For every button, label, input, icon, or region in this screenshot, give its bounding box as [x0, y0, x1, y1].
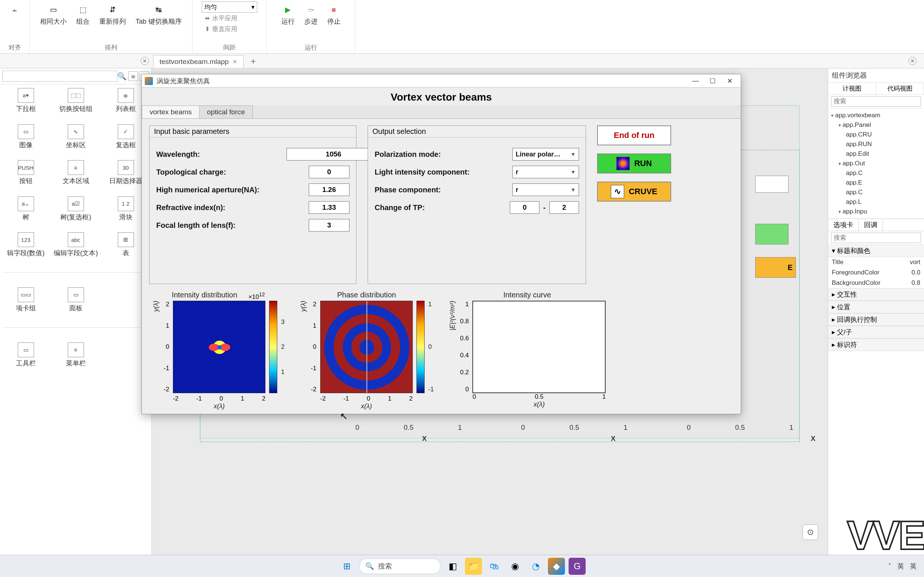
palette-item[interactable]: 123辑字段(数值) [2, 232, 49, 258]
prop-section-pos[interactable]: ▸ 位置 [828, 301, 924, 313]
palette-item[interactable]: ⬚⬚切换按钮组 [52, 88, 99, 113]
tree-node[interactable]: ▾app.Out [830, 159, 922, 168]
spacing-combo[interactable]: 均匀▾ [202, 2, 257, 13]
polarization-dropdown[interactable]: Linear polar…▼ [512, 148, 579, 161]
prop-value[interactable]: 0.8 [894, 279, 920, 287]
zoom-fit-button[interactable]: ⊙ [803, 524, 818, 540]
search-icon[interactable]: 🔍 [117, 72, 126, 81]
wavelength-input[interactable] [286, 148, 381, 161]
palette-item[interactable]: ▭图像 [2, 124, 49, 150]
palette-item[interactable]: ▭面板 [52, 287, 99, 313]
prop-value[interactable]: vort [894, 258, 920, 266]
topo-input[interactable] [309, 166, 349, 178]
tree-node[interactable]: app.L [830, 197, 922, 207]
same-size-button[interactable]: ▭相同大小 [37, 2, 69, 27]
close-panel-button-right[interactable]: ✕ [908, 57, 917, 65]
phase-comp-dropdown[interactable]: r▼ [512, 184, 579, 196]
palette-item[interactable]: ≡菜单栏 [52, 343, 99, 367]
ribbon-group-label: 间距 [223, 43, 236, 52]
close-tab-icon[interactable]: ✕ [233, 58, 237, 65]
stop-button[interactable]: ■停止 [324, 2, 344, 27]
palette-item-icon: a☑ [68, 197, 84, 211]
x-axis-label: x(λ) [173, 403, 265, 410]
tree-node[interactable]: app.CRU [830, 130, 922, 139]
props-tab-options[interactable]: 选项卡 [828, 219, 859, 231]
tab-vortex-beams[interactable]: vortex beams [142, 105, 200, 118]
system-tray[interactable]: ˄ 英 英 [888, 562, 917, 571]
tree-node[interactable]: app.C [830, 187, 922, 197]
edge-icon[interactable]: ◔ [527, 558, 544, 575]
taskbar-search[interactable]: 🔍搜索 [359, 559, 441, 574]
tray-chevron-icon[interactable]: ˄ [888, 562, 892, 571]
palette-item[interactable]: a▾下拉框 [2, 88, 49, 113]
tree-node[interactable]: app.E [830, 178, 922, 187]
tab-optical-force[interactable]: optical force [199, 105, 252, 118]
document-tab[interactable]: testvortexbeam.mlapp ✕ [153, 55, 244, 68]
intensity-comp-dropdown[interactable]: r▼ [512, 166, 579, 178]
start-button[interactable]: ⊞ [338, 558, 355, 575]
fl-label: Focal length of lens(f): [156, 221, 309, 230]
tree-node[interactable]: app.Edit [830, 149, 922, 159]
list-view-button[interactable]: ≣ [128, 71, 138, 81]
prop-section-cb[interactable]: ▸ 回调执行控制 [828, 313, 924, 326]
palette-item[interactable]: abc编辑字段(文本) [52, 232, 99, 258]
ime-indicator-2[interactable]: 英 [910, 562, 917, 571]
prop-value[interactable]: 0.0 [894, 269, 920, 276]
palette-item[interactable]: ▭▭项卡组 [2, 287, 49, 313]
design-view-tab[interactable]: 计视图 [828, 83, 876, 94]
tp-to-input[interactable] [549, 201, 579, 214]
prop-section-parent[interactable]: ▸ 父/子 [828, 326, 924, 338]
tab-order-button[interactable]: ↹Tab 键切换顺序 [132, 2, 184, 27]
palette-item[interactable]: ≡文本区域 [52, 160, 99, 185]
apply-horizontal-button[interactable]: ⬌水平应用 [202, 13, 240, 23]
wavelength-spinner[interactable]: ▲▼ [286, 148, 349, 161]
palette-item[interactable]: a⌄树 [2, 197, 49, 222]
fl-input[interactable] [309, 219, 349, 232]
tree-node[interactable]: ▾app.vortexbeam [830, 111, 922, 120]
tp-from-input[interactable] [510, 201, 540, 214]
palette-item[interactable]: ▭工具栏 [2, 343, 49, 367]
tree-node[interactable]: ▾app.Inpu [830, 207, 922, 216]
props-tab-callback[interactable]: 回调 [859, 219, 883, 231]
props-search-input[interactable] [831, 233, 921, 243]
step-button[interactable]: ⤼步进 [301, 2, 321, 27]
ime-indicator[interactable]: 英 [897, 562, 904, 571]
palette-item[interactable]: ∿坐标区 [52, 124, 99, 150]
apply-vertical-button[interactable]: ⬍垂直应用 [202, 24, 240, 34]
na-input[interactable] [309, 184, 349, 196]
code-view-tab[interactable]: 代码视图 [876, 83, 924, 94]
align-button[interactable]: ⫠ [5, 2, 24, 18]
app-icon[interactable]: G [569, 558, 586, 575]
prop-section-ident[interactable]: ▸ 标识符 [828, 338, 924, 351]
prop-section-interact[interactable]: ▸ 交互性 [828, 288, 924, 301]
ri-input[interactable] [309, 201, 349, 214]
reorder-button[interactable]: ⇵重新排列 [96, 2, 129, 27]
add-tab-button[interactable]: ＋ [244, 55, 263, 67]
palette-scroll-down[interactable]: ▾ [0, 371, 152, 381]
app-titlebar[interactable]: 涡旋光束聚焦仿真 — ☐ ✕ [142, 74, 741, 88]
close-panel-button[interactable]: ✕ [141, 57, 149, 65]
run-button[interactable]: ▶运行 [278, 2, 298, 27]
minimize-button[interactable]: — [687, 76, 704, 86]
store-icon[interactable]: 🛍 [486, 558, 503, 575]
curve-button[interactable]: ∿CRUVE [597, 182, 671, 201]
run-sim-button[interactable]: RUN [597, 153, 671, 174]
ri-label: Refractive index(n): [156, 203, 309, 212]
tree-node[interactable]: ▾app.Panel [830, 120, 922, 130]
tree-node[interactable]: app.RUN [830, 139, 922, 149]
task-view-button[interactable]: ◧ [444, 558, 461, 575]
palette-item[interactable]: a☑树(复选框) [52, 197, 99, 222]
prop-section-title[interactable]: ▾ 标题和颜色 [828, 245, 924, 257]
maximize-button[interactable]: ☐ [704, 76, 721, 86]
palette-item[interactable]: PUSH按钮 [2, 160, 49, 185]
component-tree[interactable]: ▾app.vortexbeam▾app.Panelapp.CRUapp.RUNa… [828, 108, 924, 219]
end-of-run-button[interactable]: End of run [597, 126, 671, 145]
explorer-icon[interactable]: 📁 [465, 558, 482, 575]
group-button[interactable]: ⬚组合 [73, 2, 92, 27]
browser-search-input[interactable] [831, 96, 921, 106]
tree-node[interactable]: app.C [830, 168, 922, 178]
palette-search-input[interactable] [2, 71, 117, 82]
matlab-icon[interactable]: ◆ [548, 558, 565, 575]
chrome-icon[interactable]: ◉ [506, 558, 523, 575]
close-button[interactable]: ✕ [722, 76, 738, 86]
